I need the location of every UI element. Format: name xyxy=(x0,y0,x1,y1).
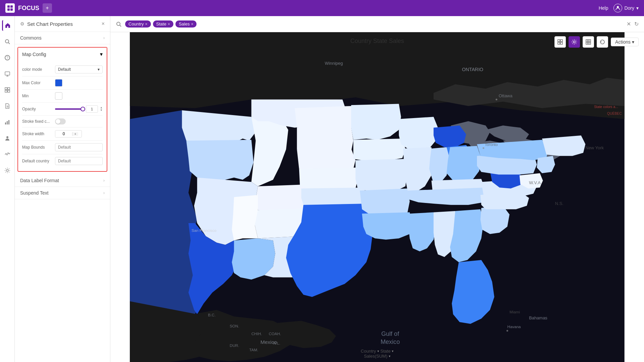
search-tags-container: Country × State × Sales × xyxy=(125,20,623,28)
color-mode-dropdown-arrow: ▾ xyxy=(98,67,100,72)
opacity-stepper[interactable]: ▲ ▼ xyxy=(100,106,103,112)
user-menu[interactable]: Dory ▾ xyxy=(613,4,639,12)
min-color-swatch[interactable] xyxy=(55,92,62,100)
sidebar-item-settings[interactable] xyxy=(2,165,13,176)
svg-text:SON.: SON. xyxy=(230,324,239,328)
svg-rect-15 xyxy=(8,90,10,92)
svg-rect-1 xyxy=(10,5,13,8)
map-config-arrow: ▾ xyxy=(100,51,103,57)
svg-rect-3 xyxy=(10,8,13,11)
svg-point-4 xyxy=(617,6,619,8)
stroke-width-input[interactable] xyxy=(55,131,72,137)
toolbar-grid-button[interactable] xyxy=(583,36,594,48)
svg-text:W.V.A.: W.V.A. xyxy=(529,180,542,185)
data-label-section-header[interactable]: Data Label Format › xyxy=(15,174,110,187)
user-dropdown-arrow: ▾ xyxy=(636,5,639,11)
settings-panel-icon: ⚙ xyxy=(20,21,24,27)
data-label-section-arrow: › xyxy=(103,178,105,183)
sidebar-item-monitor[interactable] xyxy=(2,68,13,79)
sidebar-item-person[interactable] xyxy=(2,133,13,144)
suspend-text-section-title: Suspend Text xyxy=(20,190,49,196)
svg-rect-28 xyxy=(560,42,562,44)
tag-state-remove[interactable]: × xyxy=(168,22,170,27)
opacity-slider-track[interactable] xyxy=(55,108,84,110)
svg-point-5 xyxy=(5,40,9,43)
sidebar-icons: ? xyxy=(0,16,15,362)
svg-point-23 xyxy=(117,22,120,25)
sidebar-item-help[interactable]: ? xyxy=(2,52,13,63)
stroke-width-stepper[interactable]: + xyxy=(55,130,82,138)
map-bounds-label: Map Bounds xyxy=(22,145,52,150)
tag-country-label: Country xyxy=(128,21,144,27)
svg-rect-12 xyxy=(5,88,7,90)
svg-text:Gulf of: Gulf of xyxy=(381,330,399,337)
color-mode-label: color mode xyxy=(22,67,52,72)
suspend-text-section-arrow: › xyxy=(103,191,105,195)
panel-title: Set Chart Properties xyxy=(27,21,73,27)
svg-rect-9 xyxy=(5,72,10,75)
tag-sales-label: Sales xyxy=(179,21,190,27)
sidebar-item-search[interactable] xyxy=(2,36,13,47)
properties-panel: ⚙ Set Chart Properties × Commons › Map C… xyxy=(15,16,110,362)
svg-text:Bahamas: Bahamas xyxy=(529,315,547,320)
map-config-title: Map Config xyxy=(22,52,46,57)
svg-line-24 xyxy=(120,25,121,27)
footer-country-arrow[interactable]: ▾ xyxy=(377,349,379,353)
max-color-swatch[interactable] xyxy=(55,79,62,87)
svg-text:Winnipeg: Winnipeg xyxy=(325,61,343,66)
tag-sales[interactable]: Sales × xyxy=(175,20,197,28)
svg-rect-2 xyxy=(7,8,10,11)
search-bar: Country × State × Sales × ✕ ↻ xyxy=(110,16,644,32)
svg-point-56 xyxy=(483,147,484,149)
toolbar-expand-button[interactable] xyxy=(554,36,566,48)
panel-close-button[interactable]: × xyxy=(102,21,105,27)
svg-text:QUÉBEC: QUÉBEC xyxy=(607,111,622,115)
color-mode-dropdown[interactable]: Default ▾ xyxy=(55,65,103,73)
sidebar-item-home[interactable] xyxy=(2,20,13,31)
divider-3 xyxy=(22,102,103,103)
commons-section-header[interactable]: Commons › xyxy=(15,32,110,44)
svg-point-21 xyxy=(6,136,8,138)
tag-state[interactable]: State × xyxy=(153,20,173,28)
svg-rect-18 xyxy=(5,122,6,124)
sidebar-item-document[interactable] xyxy=(2,101,13,111)
toolbar-settings-button[interactable] xyxy=(569,36,580,48)
svg-text:CHIH.: CHIH. xyxy=(251,331,262,336)
tag-sales-remove[interactable]: × xyxy=(191,22,193,27)
actions-label: Actions xyxy=(615,39,631,45)
sidebar-item-grid[interactable] xyxy=(2,85,13,95)
opacity-value-box[interactable]: 1 xyxy=(86,105,98,113)
commons-section-title: Commons xyxy=(20,35,42,41)
svg-text:Ottawa: Ottawa xyxy=(499,93,513,98)
tag-country[interactable]: Country × xyxy=(125,20,151,28)
actions-button[interactable]: Actions ▾ xyxy=(611,38,639,46)
min-label: Min xyxy=(22,94,52,98)
sidebar-item-barchart[interactable] xyxy=(2,117,13,127)
svg-rect-30 xyxy=(586,40,591,44)
add-tab-button[interactable]: + xyxy=(43,3,52,13)
svg-text:Miami: Miami xyxy=(509,310,520,314)
map-bounds-input[interactable] xyxy=(55,143,103,151)
svg-text:San Francisco: San Francisco xyxy=(192,228,216,232)
toolbar-refresh-button[interactable] xyxy=(597,36,608,48)
help-link[interactable]: Help xyxy=(599,5,608,11)
footer-state-arrow[interactable]: ▾ xyxy=(392,349,393,353)
opacity-row: Opacity 1 ▲ ▼ xyxy=(22,103,103,115)
map-config-section-header[interactable]: Map Config ▾ xyxy=(18,48,107,61)
suspend-text-section-header[interactable]: Suspend Text › xyxy=(15,187,110,199)
stroke-width-increment[interactable]: + xyxy=(72,132,78,136)
divider-6 xyxy=(22,140,103,141)
default-country-input[interactable] xyxy=(55,157,103,165)
chart-footer-row-2: Sales(SUM) ▾ xyxy=(110,354,644,359)
stroke-fixed-toggle[interactable] xyxy=(55,118,66,124)
footer-sales-arrow[interactable]: ▾ xyxy=(389,354,390,358)
svg-rect-0 xyxy=(7,5,10,8)
sidebar-item-activity[interactable] xyxy=(2,149,13,160)
search-refresh-button[interactable]: ↻ xyxy=(634,21,639,27)
opacity-slider-thumb[interactable] xyxy=(80,107,85,111)
tag-country-remove[interactable]: × xyxy=(145,22,148,27)
svg-text:Havana: Havana xyxy=(507,324,521,329)
footer-country-label: Country xyxy=(361,349,376,354)
search-clear-button[interactable]: ✕ xyxy=(627,21,631,27)
opacity-decrement[interactable]: ▼ xyxy=(100,109,103,112)
